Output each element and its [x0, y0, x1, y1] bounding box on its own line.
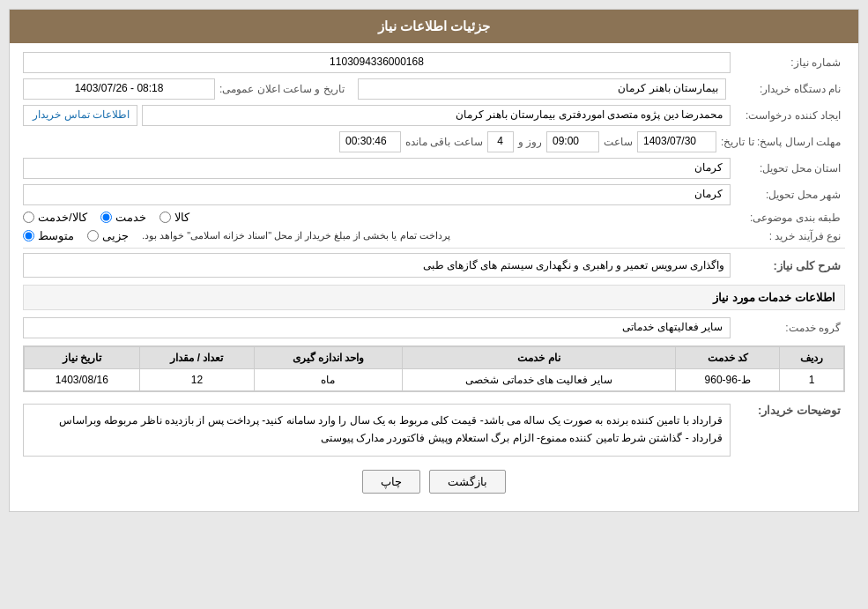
shahrMahale-label: شهر محل تحویل: [731, 189, 845, 201]
tosihKharidar-label: توضیحات خریدار: [731, 399, 845, 417]
noeFarayand-motavaset-radio[interactable] [23, 230, 34, 241]
cell-namKhadamat: سایر فعالیت های خدماتی شخصی [402, 369, 676, 391]
geroheKhadamat-label: گروه خدمت: [731, 322, 845, 334]
ijadKonande-value: محمدرضا دین پژوه متصدی اموردفتری بیمارست… [142, 105, 731, 126]
buttons-row: بازگشت چاپ [23, 470, 845, 494]
sharhKolliNiaz-row: شرح کلی نیاز: واگذاری سرویس تعمیر و راهب… [23, 253, 845, 278]
etelaatTamas-link[interactable]: اطلاعات تماس خریدار [23, 105, 137, 126]
geroheKhadamat-row: گروه خدمت: سایر فعالیتهای خدماتی [23, 317, 845, 338]
mohlatErsalPasokh-row: مهلت ارسال پاسخ: تا تاریخ: 1403/07/30 سا… [23, 131, 845, 152]
roz-label: روز و [518, 136, 542, 148]
sharhKolliNiaz-label: شرح کلی نیاز: [731, 259, 845, 272]
cell-radif: 1 [780, 369, 844, 391]
ostanMahale-value: کرمان [23, 158, 731, 179]
noeFarayand-motavaset: متوسط [23, 229, 74, 242]
page-header: جزئیات اطلاعات نیاز [10, 10, 858, 43]
geroheKhadamat-value: سایر فعالیتهای خدماتی [23, 317, 731, 338]
main-content: شماره نیاز: 1103094336000168 نام دستگاه … [10, 43, 858, 511]
tabaqeBandi-kala-khadamat-label: کالا/خدمت [38, 211, 87, 224]
separator-1 [23, 248, 845, 249]
tabaqeBandi-khadamat-label: خدمت [115, 211, 146, 224]
shahrMahale-value: کرمان [23, 184, 731, 205]
tabaqeBandi-khadamat: خدمت [100, 211, 146, 224]
tosihKharidar-value: قرارداد با تامین کننده برنده به صورت یک … [23, 404, 731, 457]
tabaqeBandi-row: طبقه بندی موضوعی: کالا/خدمت خدمت کالا [23, 211, 845, 224]
table-row: 1ط-96-960سایر فعالیت های خدماتی شخصیماه1… [25, 369, 844, 391]
namDastgah-value: بیمارستان باهنر کرمان [358, 78, 726, 100]
chap-button[interactable]: چاپ [362, 470, 420, 494]
tosihKharidar-row: توضیحات خریدار: قرارداد با تامین کننده ب… [23, 399, 845, 461]
col-tedad: تعداد / مقدار [139, 347, 255, 369]
etelaatKhadamat-title: اطلاعات خدمات مورد نیاز [23, 285, 845, 310]
services-table-container: ردیف کد خدمت نام خدمت واحد اندازه گیری ت… [23, 345, 845, 392]
tabaqeBandi-kala-radio[interactable] [160, 212, 171, 223]
ostanMahale-row: استان محل تحویل: کرمان [23, 158, 845, 179]
ostanMahale-label: استان محل تحویل: [731, 162, 845, 175]
tabaqeBandi-khadamat-radio[interactable] [100, 212, 112, 223]
col-tarikhNiaz: تاریخ نیاز [25, 347, 140, 369]
tabaqeBandi-kala-label: کالا [174, 211, 189, 224]
noeFarayand-motavaset-label: متوسط [38, 229, 74, 242]
noeFarayand-jezyi-label: جزیی [102, 229, 129, 242]
tarikh-value: 1403/07/26 - 08:18 [23, 78, 215, 100]
tabaqeBandi-kala-khadamat: کالا/خدمت [23, 211, 87, 224]
namDastgah-tarikh-row: نام دستگاه خریدار: بیمارستان باهنر کرمان… [23, 78, 845, 100]
cell-vahedAndaze: ماه [255, 369, 402, 391]
roz-value: 4 [487, 131, 514, 152]
saatBaqi-label: ساعت باقی مانده [405, 136, 483, 148]
tabaqeBandi-kala: کالا [160, 211, 189, 224]
page-title: جزئیات اطلاعات نیاز [378, 19, 490, 33]
page-container: جزئیات اطلاعات نیاز شماره نیاز: 11030943… [9, 9, 859, 512]
tabaqeBandi-kala-khadamat-radio[interactable] [23, 212, 34, 223]
col-radif: ردیف [780, 347, 844, 369]
tabaqeBandi-options: کالا/خدمت خدمت کالا [23, 211, 731, 224]
col-namKhadamat: نام خدمت [402, 347, 676, 369]
date-value: 1403/07/30 [637, 131, 716, 152]
saat-label: ساعت [604, 136, 633, 148]
mohlatErsalPasokh-label: مهلت ارسال پاسخ: تا تاریخ: [721, 136, 845, 148]
noeFarayand-jezyi: جزیی [87, 229, 129, 242]
noeFarayand-jezyi-radio[interactable] [87, 230, 99, 241]
saat-value: 09:00 [546, 131, 599, 152]
noeFarayand-row: نوع فرآیند خرید : متوسط جزیی پرداخت تمام… [23, 229, 845, 242]
ijadKonande-row: ایجاد کننده درخواست: محمدرضا دین پژوه مت… [23, 105, 845, 126]
shomareNiaz-value: 1103094336000168 [23, 52, 731, 73]
tarikh-label: تاریخ و ساعت اعلان عمومی: [219, 83, 345, 95]
cell-tedad: 12 [139, 369, 255, 391]
col-kodKhadamat: کد خدمت [676, 347, 780, 369]
col-vahedAndaze: واحد اندازه گیری [255, 347, 402, 369]
noeFarayand-note: پرداخت تمام یا بخشی از مبلغ خریدار از مح… [142, 230, 450, 241]
shahrMahale-row: شهر محل تحویل: کرمان [23, 184, 845, 205]
saatBaqi-value: 00:30:46 [339, 131, 401, 152]
cell-kodKhadamat: ط-96-960 [676, 369, 780, 391]
sharhKolliNiaz-value: واگذاری سرویس تعمیر و راهبری و نگهداری س… [23, 253, 731, 278]
shomareNiaz-label: شماره نیاز: [731, 56, 845, 69]
bazgasht-button[interactable]: بازگشت [429, 470, 506, 494]
shomareNiaz-row: شماره نیاز: 1103094336000168 [23, 52, 845, 73]
cell-tarikhNiaz: 1403/08/16 [25, 369, 140, 391]
namDastgah-label: نام دستگاه خریدار: [731, 83, 845, 95]
tabaqeBandi-label: طبقه بندی موضوعی: [731, 212, 845, 224]
services-table: ردیف کد خدمت نام خدمت واحد اندازه گیری ت… [24, 346, 844, 391]
noeFarayand-label: نوع فرآیند خرید : [731, 230, 845, 242]
ijadKonande-label: ایجاد کننده درخواست: [731, 109, 845, 122]
